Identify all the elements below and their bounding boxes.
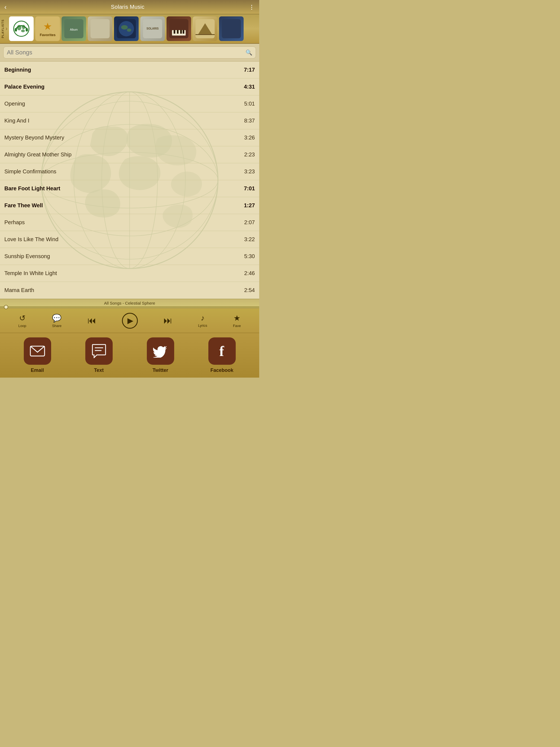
play-button[interactable]: ▶ (122, 313, 138, 329)
lyrics-button[interactable]: ♪ Lyrics (198, 314, 207, 328)
playlist-item-9[interactable] (219, 17, 244, 41)
playlist-item-7[interactable] (167, 17, 191, 41)
song-duration: 8:37 (244, 118, 255, 124)
prev-icon: ⏮ (87, 315, 96, 326)
song-item[interactable]: Mama Earth 2:54 (0, 282, 259, 299)
song-duration: 2:07 (244, 219, 255, 226)
song-name: Love Is Like The Wind (4, 236, 58, 242)
menu-button[interactable]: ⋮ (249, 4, 255, 10)
svg-point-3 (21, 29, 25, 32)
svg-text:f: f (219, 343, 224, 359)
svg-rect-5 (26, 28, 28, 31)
twitter-icon-box (147, 337, 174, 365)
song-item[interactable]: Perhaps 2:07 (0, 214, 259, 231)
song-item[interactable]: Palace Evening 4:31 (0, 78, 259, 96)
playlist-item-favorites[interactable]: ★ Favorites (35, 17, 60, 41)
text-share-button[interactable]: Text (85, 337, 113, 373)
playlist-strip: PLAYLISTS › ★ Favorites (0, 14, 259, 44)
song-item[interactable]: Fare Thee Well 1:27 (0, 197, 259, 214)
next-button[interactable]: ⏭ (163, 315, 172, 326)
svg-rect-8 (91, 19, 110, 38)
song-name: Temple In White Light (4, 270, 57, 277)
fave-icon: ★ (233, 314, 240, 323)
email-icon-box (24, 337, 51, 365)
song-item[interactable]: Simple Confirmations 3:23 (0, 163, 259, 180)
search-icon[interactable]: 🔍 (246, 49, 252, 56)
song-name: Perhaps (4, 219, 25, 226)
song-item[interactable]: King And I 8:37 (0, 112, 259, 129)
song-list-container: Beginning 7:17 Palace Evening 4:31 Openi… (0, 61, 259, 299)
playlist-item-3[interactable]: Album (61, 17, 86, 41)
share-button[interactable]: 💬 Share (52, 314, 61, 328)
twitter-share-button[interactable]: Twitter (147, 337, 174, 373)
svg-point-11 (121, 25, 128, 29)
fave-button[interactable]: ★ Fave (233, 314, 241, 328)
search-bar: 🔍 (3, 47, 256, 58)
svg-rect-4 (15, 28, 17, 31)
next-icon: ⏭ (163, 315, 172, 326)
song-duration: 5:01 (244, 101, 255, 107)
song-list: Beginning 7:17 Palace Evening 4:31 Openi… (0, 61, 259, 299)
song-duration: 7:17 (244, 67, 255, 73)
song-name: Sunship Evensong (4, 253, 50, 259)
song-item[interactable]: Temple In White Light 2:46 (0, 265, 259, 282)
song-name: Opening (4, 101, 25, 107)
loop-label: Loop (18, 324, 26, 328)
progress-knob[interactable] (4, 305, 8, 309)
song-duration: 1:27 (244, 202, 255, 209)
search-input[interactable] (7, 49, 246, 56)
song-name: Palace Evening (4, 84, 45, 90)
song-name: Mystery Beyond Mystery (4, 134, 64, 141)
svg-text:Album: Album (70, 28, 78, 31)
song-duration: 5:30 (244, 253, 255, 259)
playlists-label: PLAYLISTS (1, 19, 4, 38)
controls-bar: ↺ Loop 💬 Share ⏮ ▶ ⏭ ♪ Lyrics ★ Fave (0, 308, 259, 333)
svg-marker-23 (196, 34, 215, 35)
share-tray: Email Text Twitter f Facebook (0, 333, 259, 378)
playlist-arrow[interactable]: › (5, 25, 7, 32)
song-item[interactable]: Sunship Evensong 5:30 (0, 248, 259, 265)
playlist-item-6[interactable]: SOLARIS (140, 17, 165, 41)
playlist-item-globe[interactable] (9, 17, 34, 41)
playlist-item-5[interactable] (114, 17, 138, 41)
song-item[interactable]: Beginning 7:17 (0, 61, 259, 78)
song-duration: 2:54 (244, 287, 255, 293)
svg-point-12 (127, 28, 131, 32)
song-duration: 3:23 (244, 169, 255, 175)
progress-track[interactable] (0, 307, 259, 308)
song-name: King And I (4, 118, 29, 124)
svg-rect-19 (180, 30, 182, 34)
back-button[interactable]: ‹ (4, 3, 6, 11)
prev-button[interactable]: ⏮ (87, 315, 96, 326)
email-share-button[interactable]: Email (24, 337, 51, 373)
song-name: Fare Thee Well (4, 202, 43, 209)
loop-button[interactable]: ↺ Loop (18, 314, 26, 328)
playlist-item-4[interactable] (88, 17, 112, 41)
text-icon-box (85, 337, 113, 365)
song-duration: 4:31 (244, 84, 255, 90)
playlist-item-8[interactable] (193, 17, 218, 41)
song-item[interactable]: Opening 5:01 (0, 96, 259, 112)
song-duration: 3:22 (244, 236, 255, 242)
song-item[interactable]: Bare Foot Light Heart 7:01 (0, 180, 259, 197)
song-item[interactable]: Almighty Great Mother Ship 2:23 (0, 146, 259, 163)
share-label: Share (52, 324, 61, 328)
song-duration: 2:23 (244, 152, 255, 158)
twitter-label: Twitter (153, 367, 169, 373)
now-playing-title: All Songs - Celestial Sphere (0, 301, 259, 305)
song-item[interactable]: Love Is Like The Wind 3:22 (0, 231, 259, 248)
text-label: Text (94, 367, 104, 373)
song-name: Mama Earth (4, 287, 34, 293)
song-name: Simple Confirmations (4, 169, 56, 175)
header-title: Solaris Music (111, 4, 145, 10)
email-label: Email (31, 367, 44, 373)
search-bar-container: 🔍 (0, 44, 259, 61)
loop-icon: ↺ (19, 314, 25, 323)
song-name: Almighty Great Mother Ship (4, 152, 72, 158)
now-playing-bar: All Songs - Celestial Sphere (0, 299, 259, 308)
share-icon: 💬 (52, 314, 61, 323)
facebook-share-button[interactable]: f Facebook (208, 337, 236, 373)
song-item[interactable]: Mystery Beyond Mystery 3:26 (0, 129, 259, 146)
lyrics-icon: ♪ (201, 314, 205, 323)
song-duration: 2:46 (244, 270, 255, 277)
